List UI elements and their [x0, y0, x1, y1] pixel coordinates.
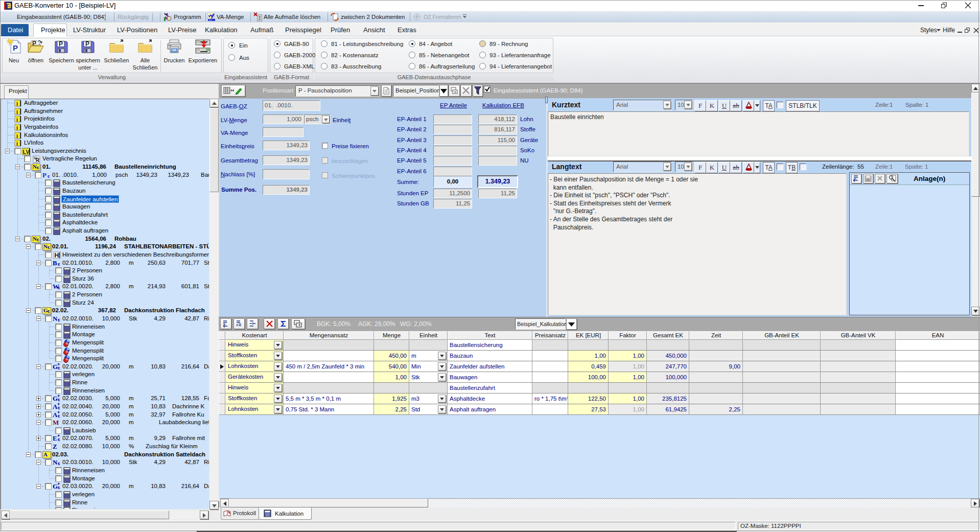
svg-text:P: P	[85, 40, 89, 48]
svg-text:P: P	[59, 40, 63, 48]
svg-text:i: i	[16, 133, 18, 139]
svg-text:R: R	[36, 157, 40, 163]
svg-text:H: H	[55, 252, 59, 259]
svg-text:i: i	[16, 141, 18, 147]
svg-text:i: i	[16, 101, 18, 107]
svg-text:LV: LV	[23, 149, 30, 155]
svg-text:i: i	[16, 109, 18, 115]
svg-text:i: i	[16, 117, 18, 123]
svg-text:i: i	[16, 125, 18, 131]
svg-text:P: P	[13, 43, 18, 52]
